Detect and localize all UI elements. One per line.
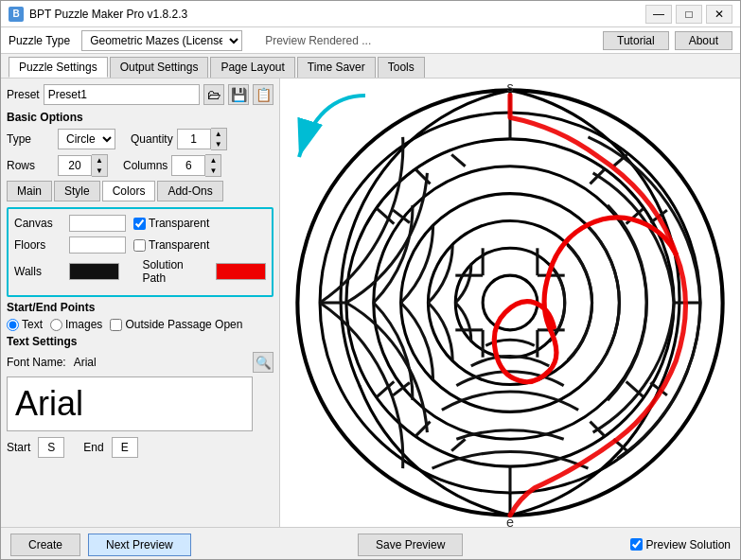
end-label: End <box>83 441 103 454</box>
font-name-label: Font Name: <box>7 356 66 369</box>
text-settings-section: Text Settings Font Name: Arial 🔍 Arial <box>7 335 273 431</box>
quantity-label: Quantity <box>131 132 173 146</box>
bottom-bar: Create Next Preview Save Preview Preview… <box>1 527 740 560</box>
preset-label: Preset <box>7 88 40 101</box>
canvas-transparent-checkbox[interactable] <box>133 218 146 230</box>
font-name-row: Font Name: Arial 🔍 <box>7 352 273 373</box>
quantity-up[interactable]: ▲ <box>211 129 226 139</box>
font-search-button[interactable]: 🔍 <box>253 352 273 373</box>
tab-output-settings[interactable]: Output Settings <box>110 57 209 78</box>
right-panel: s e <box>280 79 740 527</box>
columns-up[interactable]: ▲ <box>205 155 221 166</box>
menu-left: Puzzle Type Geometric Mazes (Licensed) P… <box>9 30 371 51</box>
about-button[interactable]: About <box>675 31 732 50</box>
app-icon: B <box>9 7 24 22</box>
rows-input[interactable] <box>58 155 92 176</box>
walls-label: Walls <box>14 265 62 278</box>
rows-spinner: ▲ ▼ <box>58 154 108 177</box>
inner-tab-colors[interactable]: Colors <box>102 181 156 201</box>
rows-down[interactable]: ▼ <box>92 166 107 176</box>
floors-color-swatch[interactable] <box>69 236 126 254</box>
columns-input[interactable] <box>171 155 205 176</box>
preset-folder-button[interactable]: 🗁 <box>203 84 224 105</box>
radio-text[interactable] <box>7 319 19 331</box>
type-select[interactable]: Circle <box>58 129 115 149</box>
main-content: Preset 🗁 💾 📋 Basic Options Type Circle Q… <box>1 79 740 527</box>
app-title: BPT Puzzle Maker Pro v1.8.2.3 <box>29 8 645 21</box>
solution-path-label: Solution Path <box>142 258 202 285</box>
preset-saveas-button[interactable]: 📋 <box>253 84 273 105</box>
type-label: Type <box>7 132 54 146</box>
columns-arrows: ▲ ▼ <box>205 154 221 177</box>
puzzle-type-label: Puzzle Type <box>9 34 70 47</box>
columns-down[interactable]: ▼ <box>205 166 221 176</box>
start-end-section-title: Start/End Points <box>7 301 273 314</box>
tab-page-layout[interactable]: Page Layout <box>210 57 294 78</box>
canvas-row: Canvas Transparent <box>14 215 266 232</box>
title-bar: B BPT Puzzle Maker Pro v1.8.2.3 — □ ✕ <box>1 1 740 27</box>
preview-solution-checkbox[interactable] <box>630 538 643 551</box>
quantity-input[interactable] <box>177 129 211 149</box>
radio-images-label[interactable]: Images <box>50 318 102 331</box>
tab-time-saver[interactable]: Time Saver <box>297 57 376 78</box>
inner-tab-main[interactable]: Main <box>7 181 52 201</box>
floors-transparent-checkbox[interactable] <box>133 239 146 252</box>
walls-row: Walls Solution Path <box>14 258 266 285</box>
tab-puzzle-settings[interactable]: Puzzle Settings <box>9 57 108 78</box>
close-button[interactable]: ✕ <box>706 5 732 24</box>
next-preview-button[interactable]: Next Preview <box>88 534 191 556</box>
inner-tabs: Main Style Colors Add-Ons <box>7 181 273 201</box>
radio-images[interactable] <box>50 319 62 331</box>
save-preview-button[interactable]: Save Preview <box>358 534 463 556</box>
canvas-label: Canvas <box>14 217 62 230</box>
tabs-bar: Puzzle Settings Output Settings Page Lay… <box>1 54 740 79</box>
end-input[interactable] <box>112 437 138 458</box>
columns-spinner: ▲ ▼ <box>171 154 221 177</box>
tutorial-button[interactable]: Tutorial <box>603 31 669 50</box>
canvas-transparent-label[interactable]: Transparent <box>133 217 209 230</box>
menu-right: Tutorial About <box>603 31 732 50</box>
type-row: Type Circle Quantity ▲ ▼ <box>7 128 273 150</box>
basic-options-label: Basic Options <box>7 111 273 124</box>
quantity-spinner: ▲ ▼ <box>177 128 227 150</box>
radio-text-label[interactable]: Text <box>7 318 43 331</box>
bottom-right: Preview Solution <box>630 538 731 551</box>
start-end-row: Start End <box>7 437 273 458</box>
minimize-button[interactable]: — <box>645 5 672 24</box>
window-controls: — □ ✕ <box>645 5 732 24</box>
preset-input[interactable] <box>44 84 200 105</box>
maximize-button[interactable]: □ <box>676 5 702 24</box>
teal-arrow <box>290 86 375 171</box>
start-input[interactable] <box>38 437 64 458</box>
preset-save-button[interactable]: 💾 <box>228 84 249 105</box>
rows-up[interactable]: ▲ <box>92 155 107 166</box>
outside-passage-label[interactable]: Outside Passage Open <box>110 318 242 331</box>
solution-path-swatch[interactable] <box>216 263 266 280</box>
inner-tab-style[interactable]: Style <box>54 181 100 201</box>
floors-row: Floors Transparent <box>14 236 266 254</box>
quantity-arrows: ▲ ▼ <box>211 128 227 150</box>
inner-tab-addons[interactable]: Add-Ons <box>157 181 222 201</box>
floors-label: Floors <box>14 238 62 252</box>
rows-row: Rows ▲ ▼ Columns ▲ ▼ <box>7 154 273 177</box>
quantity-down[interactable]: ▼ <box>211 139 226 149</box>
preview-solution-label[interactable]: Preview Solution <box>630 538 731 551</box>
puzzle-type-select[interactable]: Geometric Mazes (Licensed) <box>81 30 242 51</box>
rows-arrows: ▲ ▼ <box>92 154 108 177</box>
walls-color-swatch[interactable] <box>69 263 119 280</box>
preset-row: Preset 🗁 💾 📋 <box>7 84 273 105</box>
create-button[interactable]: Create <box>10 534 80 556</box>
menu-bar: Puzzle Type Geometric Mazes (Licensed) P… <box>1 27 740 54</box>
colors-panel: Canvas Transparent Floors Transparent Wa… <box>7 207 273 297</box>
floors-transparent-label[interactable]: Transparent <box>133 238 209 252</box>
tab-tools[interactable]: Tools <box>378 57 425 78</box>
left-panel: Preset 🗁 💾 📋 Basic Options Type Circle Q… <box>1 79 280 527</box>
preview-label: Preview Rendered ... <box>265 34 371 47</box>
start-label: Start <box>7 441 30 454</box>
canvas-color-swatch[interactable] <box>69 215 126 232</box>
bottom-left: Create Next Preview <box>10 534 191 556</box>
columns-label: Columns <box>123 159 168 172</box>
radio-row: Text Images Outside Passage Open <box>7 318 273 331</box>
outside-passage-checkbox[interactable] <box>110 319 122 331</box>
font-preview-box[interactable]: Arial <box>7 376 253 431</box>
